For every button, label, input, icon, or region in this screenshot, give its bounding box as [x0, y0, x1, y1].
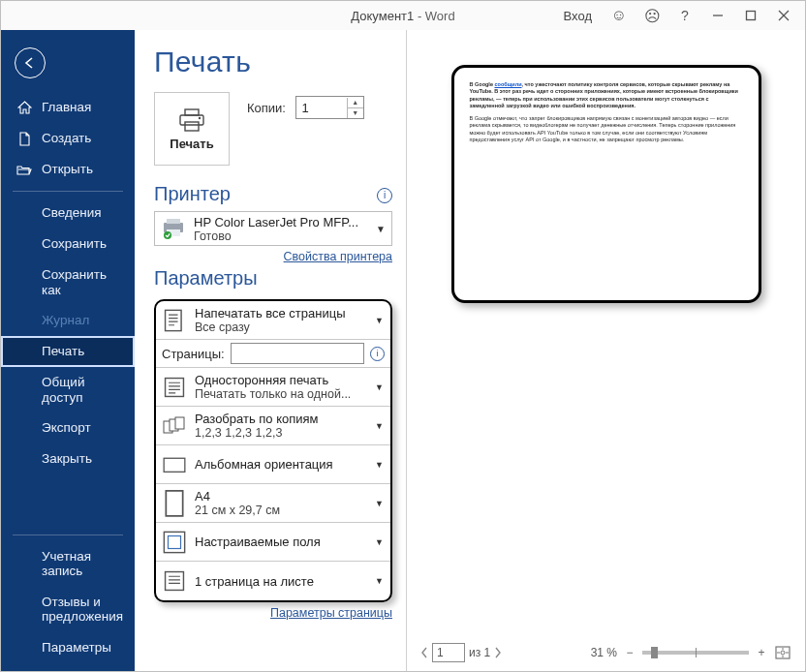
sidebar-item-label: Учетная запись — [42, 549, 123, 579]
printer-name: HP Color LaserJet Pro MFP... — [194, 215, 368, 229]
svg-rect-12 — [166, 310, 182, 330]
chevron-down-icon: ▼ — [375, 576, 385, 586]
page-settings-link[interactable]: Параметры страницы — [154, 606, 392, 620]
frown-icon[interactable]: ☹ — [636, 2, 667, 29]
zoom-out-button[interactable]: − — [623, 646, 636, 659]
svg-rect-4 — [185, 109, 199, 115]
spin-down-icon[interactable]: ▼ — [348, 108, 363, 118]
preview-area[interactable]: В Google сообщили, что ужесточают полити… — [420, 44, 791, 640]
sidebar-item-label: Создать — [42, 131, 91, 146]
svg-point-11 — [164, 231, 171, 239]
fit-page-button[interactable] — [774, 645, 791, 660]
print-button[interactable]: Печать — [154, 92, 230, 166]
collate-select[interactable]: Разобрать по копиям1,2,3 1,2,3 1,2,3 ▼ — [156, 407, 390, 445]
spin-up-icon[interactable]: ▲ — [348, 98, 363, 108]
margins-icon — [162, 531, 187, 554]
sidebar-item-label: Закрыть — [42, 451, 92, 467]
printer-status-text: Готово — [194, 229, 368, 243]
svg-rect-26 — [166, 491, 182, 516]
sidebar-item-save[interactable]: Сохранить — [1, 229, 135, 260]
sidebar-item-info[interactable]: Сведения — [1, 198, 135, 229]
help-button[interactable]: ? — [669, 2, 700, 29]
svg-rect-24 — [175, 417, 184, 429]
zoom-thumb[interactable] — [651, 647, 658, 658]
sidebar-item-close[interactable]: Закрыть — [1, 443, 135, 474]
info-icon[interactable]: i — [377, 188, 392, 203]
zoom-slider[interactable] — [642, 651, 749, 655]
sidebar-item-label: Сведения — [42, 205, 102, 221]
sidebar-item-label: Печать — [42, 344, 84, 359]
pages-all-icon — [162, 309, 187, 332]
print-sides-select[interactable]: Односторонняя печатьПечатать только на о… — [156, 368, 390, 407]
chevron-down-icon: ▼ — [375, 537, 385, 547]
sidebar-item-home[interactable]: Главная — [1, 92, 135, 123]
svg-rect-5 — [180, 115, 203, 125]
paper-size-select[interactable]: A421 см x 29,7 см ▼ — [156, 484, 390, 523]
chevron-down-icon: ▼ — [375, 382, 385, 392]
sidebar-item-saveas[interactable]: Сохранить как — [1, 260, 135, 305]
sidebar-item-open[interactable]: Открыть — [1, 154, 135, 185]
landscape-icon — [162, 453, 187, 476]
sidebar-item-create[interactable]: Создать — [1, 123, 135, 154]
smile-icon[interactable]: ☺ — [604, 2, 635, 29]
sidebar-item-print[interactable]: Печать — [1, 336, 135, 367]
backstage-sidebar: Главная Создать Открыть Сведения Сохрани… — [1, 30, 135, 671]
sidebar-item-label: Экспорт — [42, 420, 91, 436]
sidebar-separator — [13, 191, 123, 192]
sidebar-item-label: Сохранить как — [42, 267, 123, 297]
sidebar-item-account[interactable]: Учетная запись — [1, 541, 135, 587]
page-title: Печать — [154, 46, 392, 78]
margins-select[interactable]: Настраиваемые поля ▼ — [156, 523, 390, 562]
pages-input[interactable] — [231, 343, 364, 364]
page-number-input[interactable]: 1 — [432, 643, 465, 662]
printer-select[interactable]: HP Color LaserJet Pro MFP... Готово ▼ — [154, 211, 392, 246]
prev-page-button[interactable] — [420, 647, 428, 658]
chevron-down-icon: ▼ — [375, 421, 385, 431]
print-range-select[interactable]: Напечатать все страницыВсе сразу ▼ — [156, 301, 390, 340]
svg-rect-6 — [185, 122, 199, 131]
sidebar-item-feedback[interactable]: Отзывы и предложения — [1, 587, 135, 632]
sidebar-item-export[interactable]: Экспорт — [1, 412, 135, 443]
svg-rect-1 — [747, 12, 756, 20]
printer-icon — [177, 107, 206, 133]
minimize-button[interactable] — [702, 2, 733, 29]
copies-value: 1 — [296, 101, 347, 115]
maximize-button[interactable] — [735, 2, 766, 29]
sidebar-item-label: Главная — [42, 100, 91, 115]
zoom-value: 31 % — [591, 646, 617, 659]
next-page-button[interactable] — [494, 647, 502, 658]
signin-link[interactable]: Вход — [564, 9, 602, 23]
zoom-in-button[interactable]: + — [755, 646, 768, 659]
info-icon[interactable]: i — [370, 347, 385, 361]
orientation-select[interactable]: Альбомная ориентация ▼ — [156, 445, 390, 484]
sidebar-item-label: Параметры — [42, 640, 111, 656]
chevron-down-icon: ▼ — [375, 316, 385, 325]
close-button[interactable] — [768, 2, 799, 29]
sidebar-item-label: Журнал — [42, 313, 89, 328]
printer-properties-link[interactable]: Свойства принтера — [154, 250, 392, 263]
back-button[interactable] — [15, 47, 46, 78]
svg-point-34 — [781, 651, 785, 655]
svg-point-7 — [199, 116, 201, 118]
sidebar-item-label: Открыть — [42, 162, 93, 177]
app-name: Word — [425, 9, 455, 23]
print-button-label: Печать — [170, 137, 213, 151]
sidebar-item-share[interactable]: Общий доступ — [1, 367, 135, 412]
copies-input[interactable]: 1 ▲▼ — [295, 96, 364, 119]
sidebar-separator — [13, 535, 123, 535]
collate-icon — [162, 414, 187, 438]
page-preview: В Google сообщили, что ужесточают полити… — [451, 65, 761, 303]
copies-spinner[interactable]: ▲▼ — [347, 98, 363, 118]
zoom-tick — [696, 648, 697, 657]
svg-rect-28 — [169, 535, 181, 548]
chevron-down-icon: ▼ — [375, 499, 385, 508]
pages-per-sheet-select[interactable]: 1 страница на листе ▼ — [156, 562, 390, 600]
one-side-icon — [162, 376, 187, 399]
printer-status-icon — [161, 218, 186, 239]
chevron-down-icon: ▼ — [375, 460, 385, 470]
sidebar-item-history: Журнал — [1, 305, 135, 336]
sidebar-item-options[interactable]: Параметры — [1, 632, 135, 663]
open-folder-icon — [16, 162, 32, 177]
svg-rect-17 — [166, 378, 184, 396]
pages-label: Страницы: — [162, 347, 225, 361]
